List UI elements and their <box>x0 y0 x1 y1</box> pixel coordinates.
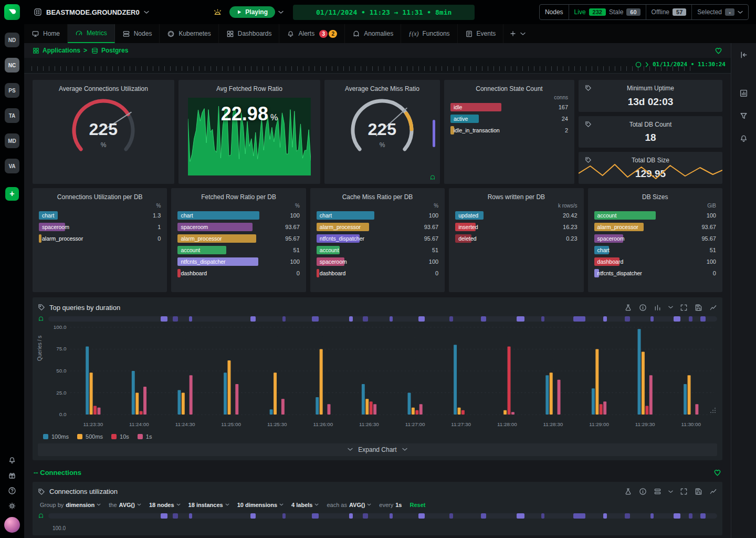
gift-icon[interactable] <box>8 471 16 480</box>
collapse-panel-icon[interactable] <box>739 50 748 59</box>
fullscreen-icon[interactable] <box>680 488 688 495</box>
favorite-heart-icon[interactable] <box>715 47 722 54</box>
toolbar-reset[interactable]: Reset <box>410 502 425 508</box>
resize-handle[interactable] <box>710 407 716 413</box>
nodes-selected-segment[interactable]: Selected - <box>691 5 748 19</box>
dimension-row[interactable]: active24 <box>444 113 574 125</box>
legend-item[interactable]: 500ms <box>77 433 103 440</box>
chart-panel-icon[interactable] <box>739 89 748 98</box>
save-snapshot-icon[interactable] <box>695 304 702 312</box>
tab-kubernetes[interactable]: Kubernetes <box>160 24 218 43</box>
tab-metrics[interactable]: Metrics <box>68 24 115 43</box>
toolbar-4-labels[interactable]: 4 labels <box>291 502 319 508</box>
card-avg-cache-miss-ratio[interactable]: Average Cache Miss Ratio 225 % <box>324 80 440 184</box>
card-rows-written-per-db[interactable]: Rows written per DB k rows/s updated20.4… <box>449 188 583 292</box>
toolbar-18-instances[interactable]: 18 instances <box>188 502 229 508</box>
space-item[interactable]: NC <box>5 58 19 73</box>
anomalies-ghost-icon[interactable] <box>429 174 436 181</box>
dimension-row[interactable]: ntfcnts_dispatcher0 <box>588 267 722 279</box>
chart-type-caret-icon[interactable] <box>668 490 673 493</box>
dimension-row[interactable]: spaceroom1 <box>33 221 167 233</box>
dimension-row[interactable]: account51 <box>171 244 306 256</box>
dimension-row[interactable]: ntfcnts_dispatcher100 <box>171 256 306 267</box>
add-space-button[interactable]: + <box>5 187 19 201</box>
tab-home[interactable]: Home <box>24 24 68 43</box>
card-total-db-size[interactable]: Total DB Size 129.95 <box>579 152 722 184</box>
dimension-row[interactable]: spaceroom93.67 <box>171 221 306 233</box>
dimension-row[interactable]: inserted16.23 <box>449 221 583 233</box>
dimension-row[interactable]: chart1.3 <box>33 210 167 221</box>
time-scrubber[interactable]: 01/11/2024 • 11:30:24 <box>24 58 731 74</box>
anomalies-ghost-icon[interactable] <box>38 316 44 322</box>
anomaly-rate-icon[interactable] <box>624 304 632 312</box>
tab-functions[interactable]: ƒ(x) Functions <box>401 24 457 43</box>
legend-item[interactable]: 100ms <box>43 433 69 440</box>
expand-chart-button[interactable]: Expand Chart <box>38 443 717 456</box>
dimension-row[interactable]: chart51 <box>588 244 722 256</box>
tab-anomalies[interactable]: Anomalies <box>345 24 401 43</box>
tab-dashboards[interactable]: Dashboards <box>219 24 280 43</box>
add-tab-button[interactable] <box>503 24 532 43</box>
dimension-row[interactable]: alarm_processor93.67 <box>588 221 722 233</box>
tab-events[interactable]: Events <box>458 24 504 43</box>
dimension-row[interactable]: idle167 <box>444 101 574 113</box>
space-item[interactable]: VA <box>5 159 19 173</box>
fullscreen-icon[interactable] <box>680 304 688 312</box>
dimension-row[interactable]: alarm_processor0 <box>33 233 167 244</box>
alarm-siren-icon[interactable] <box>213 8 222 17</box>
card-total-db-count[interactable]: Total DB Count 18 <box>579 116 722 148</box>
toolbar-avg[interactable]: theAVG() <box>109 502 141 508</box>
dimension-row[interactable]: spaceroom100 <box>310 256 445 267</box>
card-minimum-uptime[interactable]: Minimum Uptime 13d 02:03 <box>579 80 722 112</box>
nodes-live-segment[interactable]: Live 232 Stale 60 <box>569 5 646 19</box>
dimension-row[interactable]: dashboard0 <box>310 267 445 279</box>
anomaly-ribbon[interactable] <box>48 316 717 322</box>
anomaly-ribbon[interactable] <box>48 513 717 519</box>
card-connection-state-count[interactable]: Connection State Count conns idle167acti… <box>444 80 574 184</box>
dimension-row[interactable]: ntfcnts_dispatcher95.67 <box>310 233 445 244</box>
info-icon[interactable] <box>639 488 647 495</box>
filter-icon[interactable] <box>739 111 748 120</box>
anomalies-ghost-icon[interactable] <box>38 513 44 519</box>
legend-item[interactable]: 1s <box>138 433 152 440</box>
dimension-row[interactable]: idle_in_transaction2 <box>444 125 574 136</box>
alerts-bell-icon[interactable] <box>739 134 748 143</box>
dimension-row[interactable]: updated20.42 <box>449 210 583 221</box>
dimension-row[interactable]: alarm_processor93.67 <box>310 221 445 233</box>
chart-type-caret-icon[interactable] <box>668 306 673 309</box>
tab-nodes[interactable]: Nodes <box>115 24 160 43</box>
date-range-picker[interactable]: 01/11/2024 • 11:23 → 11:31 • 8min <box>293 5 475 20</box>
settings-gear-icon[interactable] <box>8 502 16 510</box>
card-db-sizes[interactable]: DB Sizes GiB account100alarm_processor93… <box>588 188 722 292</box>
toolbar-1s[interactable]: every1s <box>379 502 402 508</box>
favorite-heart-icon[interactable] <box>713 469 721 476</box>
card-cache-miss-ratio-per-db[interactable]: Cache Miss Ratio per DB % chart100alarm_… <box>310 188 445 292</box>
tab-alerts[interactable]: Alerts 3 2 <box>279 24 345 43</box>
dimension-row[interactable]: chart100 <box>171 210 306 221</box>
toolbar-dimension[interactable]: Group bydimension <box>40 502 101 508</box>
card-avg-fetched-row-ratio[interactable]: Avg Fetched Row Ratio 22.98% <box>178 80 320 184</box>
notifications-bell-icon[interactable] <box>8 456 16 464</box>
nodes-label-segment[interactable]: Nodes <box>540 5 569 19</box>
playing-caret-icon[interactable] <box>278 11 284 14</box>
space-item[interactable]: ND <box>5 33 19 47</box>
toolbar-avg[interactable]: each asAVG() <box>327 502 371 508</box>
breadcrumb-applications[interactable]: Applications > <box>33 47 87 54</box>
dimension-row[interactable]: dashboard0 <box>171 267 306 279</box>
space-item[interactable]: PS <box>5 83 19 98</box>
chart-type-button[interactable] <box>654 488 662 495</box>
timeline-current-time[interactable]: 01/11/2024 • 11:30:24 <box>635 61 726 68</box>
breadcrumb-postgres[interactable]: Postgres <box>91 47 128 54</box>
info-icon[interactable] <box>639 304 647 312</box>
dimension-row[interactable]: account100 <box>588 210 722 221</box>
space-item[interactable]: MD <box>5 133 19 148</box>
dimension-row[interactable]: dashboard100 <box>588 256 722 267</box>
help-icon[interactable] <box>8 487 16 495</box>
node-switcher[interactable]: BEASTMODE.GROUNDZER0 <box>34 8 149 16</box>
toolbar-18-nodes[interactable]: 18 nodes <box>149 502 181 508</box>
card-fetched-row-ratio-per-db[interactable]: Fetched Row Ratio per DB % chart100space… <box>171 188 306 292</box>
dimension-row[interactable]: spaceroom95.67 <box>588 233 722 244</box>
dimension-row[interactable]: alarm_processor95.67 <box>171 233 306 244</box>
nodes-offline-segment[interactable]: Offline 57 <box>646 5 692 19</box>
dimension-row[interactable]: chart100 <box>310 210 445 221</box>
